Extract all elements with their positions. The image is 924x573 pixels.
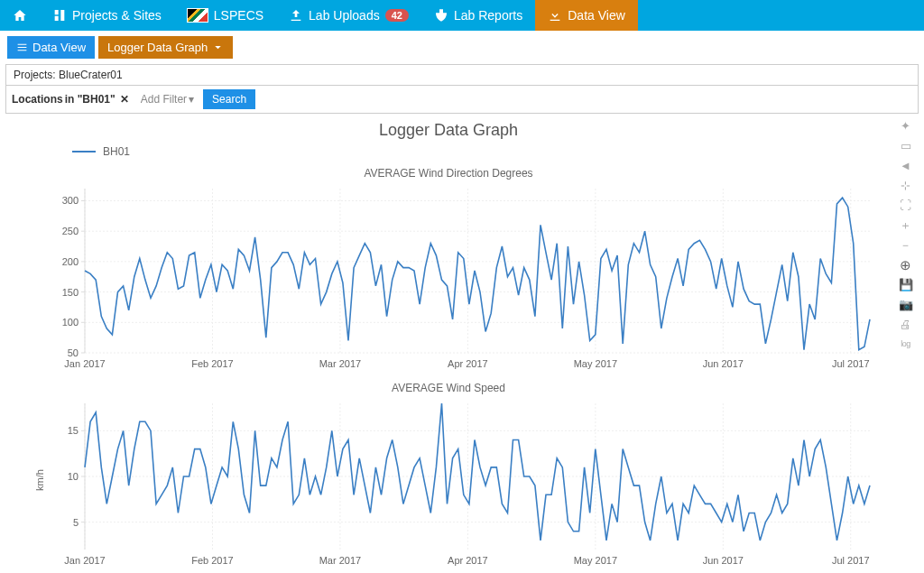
nav-reports[interactable]: Lab Reports [421,0,535,31]
chart2-ylabel: km/h [34,469,45,491]
svg-text:50: 50 [68,347,79,358]
top-nav: Projects & Sites LSPECS Lab Uploads 42 L… [0,0,924,31]
nav-lspecs[interactable]: LSPECS [174,0,276,31]
svg-text:300: 300 [62,195,79,206]
tool-axes[interactable]: ⊹ [898,179,913,194]
svg-text:Jan 2017: Jan 2017 [64,555,105,566]
nav-lspecs-label: LSPECS [214,8,263,23]
chart2-plot[interactable]: km/h 51015Jan 2017Feb 2017Mar 2017Apr 20… [54,398,879,569]
chart-title: Logger Data Graph [18,121,879,140]
svg-text:Apr 2017: Apr 2017 [448,358,488,369]
chart-area: Logger Data Graph BH01 AVERAGE Wind Dire… [0,114,924,573]
search-button[interactable]: Search [203,89,255,109]
chevron-down-icon [212,42,224,53]
svg-text:Jun 2017: Jun 2017 [703,555,744,566]
nav-dataview-label: Data View [568,8,625,23]
svg-text:10: 10 [68,471,79,482]
nav-home[interactable] [0,0,40,31]
list-icon [16,42,28,53]
svg-text:Mar 2017: Mar 2017 [319,555,361,566]
secondary-bar: Data View Logger Data Graph [0,31,924,64]
add-filter[interactable]: Add Filter ▾ [141,93,194,106]
tool-camera[interactable]: 📷 [898,298,913,313]
project-bar: Projects: BlueCrater01 [5,64,919,86]
tool-save[interactable]: 💾 [898,278,913,293]
nav-uploads-label: Lab Uploads [309,8,380,23]
tool-fullscreen[interactable]: ⛶ [898,199,913,214]
tool-pan[interactable]: ◄ [898,159,913,174]
nav-uploads[interactable]: Lab Uploads 42 [276,0,421,31]
nav-projects-label: Projects & Sites [72,8,162,23]
nav-projects[interactable]: Projects & Sites [40,0,174,31]
tool-autoscale[interactable]: ⊕ [898,258,913,273]
filter-chip-value: in "BH01" [65,93,116,106]
legend: BH01 [72,145,879,158]
svg-text:May 2017: May 2017 [574,555,617,566]
svg-text:Feb 2017: Feb 2017 [191,555,233,566]
tool-zoomin[interactable]: ＋ [898,218,913,234]
legend-line [72,151,96,152]
svg-text:150: 150 [62,287,79,298]
svg-text:Apr 2017: Apr 2017 [448,555,488,566]
svg-text:100: 100 [62,317,79,328]
chart2-subtitle: AVERAGE Wind Speed [18,382,879,394]
nav-dataview[interactable]: Data View [535,0,638,31]
download-icon [548,8,562,23]
tool-zoomout[interactable]: － [898,238,913,254]
svg-text:Jul 2017: Jul 2017 [832,358,870,369]
chevron-down-icon: ▾ [189,93,194,106]
upload-icon [289,8,303,23]
legend-series-label: BH01 [103,145,130,158]
svg-text:Feb 2017: Feb 2017 [191,358,233,369]
svg-text:250: 250 [62,226,79,236]
filter-chip-prefix: Locations [12,93,63,106]
projects-icon [52,8,67,23]
filter-bar: Locations in "BH01" ✕ Add Filter ▾ Searc… [5,86,919,114]
svg-text:Jun 2017: Jun 2017 [703,358,744,369]
nav-reports-label: Lab Reports [454,8,522,23]
btn-dataview[interactable]: Data View [7,36,95,59]
chart1-plot[interactable]: 50100150200250300Jan 2017Feb 2017Mar 201… [54,183,879,373]
svg-text:15: 15 [68,425,79,436]
plot-toolbox: ✦ ▭ ◄ ⊹ ⛶ ＋ － ⊕ 💾 📷 🖨 log [898,119,913,353]
flag-icon [187,8,208,23]
svg-text:200: 200 [62,256,79,267]
svg-text:Mar 2017: Mar 2017 [319,358,361,369]
close-icon[interactable]: ✕ [117,93,132,106]
tool-zoomrect[interactable]: ▭ [898,139,913,154]
svg-text:Jul 2017: Jul 2017 [832,555,870,566]
btn-logger-label: Logger Data Graph [107,41,208,54]
project-label: Projects: BlueCrater01 [14,69,123,81]
svg-text:May 2017: May 2017 [574,358,617,369]
home-icon [13,8,27,23]
chart1-subtitle: AVERAGE Wind Direction Degrees [18,167,879,180]
uploads-badge: 42 [385,9,409,22]
reports-icon [434,8,448,23]
svg-text:5: 5 [73,517,79,528]
btn-dataview-label: Data View [32,41,86,54]
tool-print[interactable]: 🖨 [898,318,913,333]
add-filter-label: Add Filter [141,93,187,106]
tool-log[interactable]: log [898,337,913,353]
btn-logger-graph[interactable]: Logger Data Graph [98,36,233,59]
filter-chip-locations[interactable]: Locations in "BH01" ✕ [12,93,132,106]
tool-lasso[interactable]: ✦ [898,119,913,134]
svg-text:Jan 2017: Jan 2017 [64,358,105,369]
